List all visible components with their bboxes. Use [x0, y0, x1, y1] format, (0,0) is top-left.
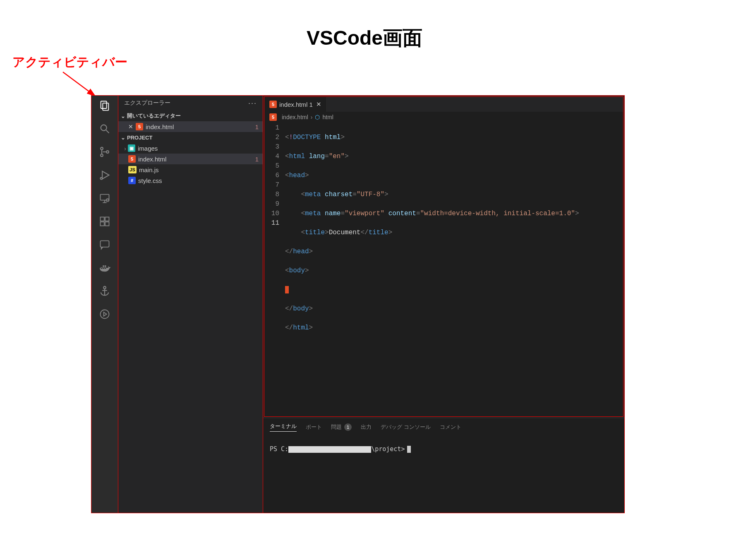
- docker-icon[interactable]: [98, 261, 111, 274]
- svg-rect-17: [105, 222, 109, 226]
- remote-explorer-icon[interactable]: [98, 192, 111, 205]
- svg-point-22: [101, 310, 109, 319]
- source-control-icon[interactable]: [98, 145, 111, 159]
- extensions-icon[interactable]: [98, 215, 111, 228]
- panel-tab-problems-label: 問題: [331, 423, 342, 431]
- chevron-down-icon: ⌄: [121, 135, 125, 141]
- tree-item-label: main.js: [139, 166, 159, 173]
- open-editors-section[interactable]: ⌄ 開いているエディター: [118, 111, 263, 121]
- svg-point-3: [101, 125, 107, 131]
- tab-bar: 5 index.html 1 ✕: [264, 97, 623, 112]
- search-icon[interactable]: [98, 122, 111, 135]
- open-editor-filename: index.html: [146, 123, 174, 130]
- close-icon[interactable]: ✕: [128, 123, 133, 130]
- panel-tab-problems[interactable]: 問題 1: [331, 423, 352, 431]
- svg-point-7: [106, 151, 109, 153]
- close-icon[interactable]: ✕: [316, 101, 321, 108]
- sidebar-header: エクスプローラー ···: [118, 96, 263, 111]
- svg-rect-16: [101, 222, 104, 226]
- svg-point-5: [101, 147, 103, 150]
- dirty-indicator: 1: [309, 101, 312, 108]
- chevron-right-icon: ›: [124, 145, 126, 152]
- svg-point-9: [101, 178, 103, 180]
- html-file-icon: 5: [269, 113, 277, 121]
- svg-point-6: [101, 154, 103, 156]
- svg-rect-1: [101, 101, 107, 109]
- svg-rect-14: [101, 217, 104, 221]
- tree-file[interactable]: 5 index.html 1: [118, 154, 263, 164]
- editor-tab[interactable]: 5 index.html 1 ✕: [264, 97, 327, 112]
- svg-rect-15: [105, 217, 109, 221]
- dirty-indicator: 1: [255, 156, 259, 163]
- js-file-icon: JS: [128, 166, 137, 173]
- annotation-activity-bar: アクティビティバー: [12, 54, 127, 71]
- open-editors-label: 開いているエディター: [127, 112, 181, 120]
- svg-line-4: [106, 130, 109, 133]
- folder-icon: ▣: [128, 144, 135, 152]
- terminal-prompt-suffix: \project>: [371, 445, 405, 453]
- project-section[interactable]: ⌄ PROJECT: [118, 132, 263, 143]
- terminal-prompt-prefix: PS C:: [270, 445, 288, 453]
- tree-file[interactable]: # style.css: [118, 175, 263, 186]
- sidebar-more-button[interactable]: ···: [248, 99, 257, 108]
- tab-filename: index.html: [279, 101, 307, 108]
- problems-count-badge: 1: [344, 423, 352, 431]
- html-file-icon: 5: [128, 155, 136, 163]
- svg-marker-8: [102, 171, 109, 179]
- project-label: PROJECT: [127, 135, 152, 141]
- panel-tabs: ターミナル ポート 問題 1 出力 デバッグ コンソール コメント: [270, 421, 618, 433]
- cursor-icon: [285, 286, 289, 293]
- terminal-cursor-icon: [407, 446, 411, 453]
- primary-sidebar: エクスプローラー ··· ⌄ 開いているエディター ✕ 5 index.html…: [118, 96, 263, 513]
- panel-tab-terminal[interactable]: ターミナル: [270, 423, 297, 432]
- dirty-indicator: 1: [255, 123, 259, 130]
- open-editor-item[interactable]: ✕ 5 index.html 1: [118, 121, 263, 132]
- css-file-icon: #: [128, 177, 136, 184]
- sidebar-title: エクスプローラー: [124, 99, 170, 107]
- line-gutter: 1234567891011: [264, 123, 285, 416]
- breadcrumb[interactable]: 5 index.html › ⬡ html: [264, 112, 623, 123]
- live-share-icon[interactable]: [98, 308, 111, 321]
- svg-rect-10: [101, 195, 109, 200]
- panel-tab-output[interactable]: 出力: [361, 423, 372, 431]
- chat-icon[interactable]: [98, 238, 111, 251]
- chevron-down-icon: ⌄: [121, 113, 125, 119]
- tree-item-label: style.css: [138, 177, 162, 184]
- svg-rect-18: [101, 241, 109, 247]
- panel: ターミナル ポート 問題 1 出力 デバッグ コンソール コメント PS C:\…: [263, 418, 624, 513]
- editor-region: 5 index.html 1 ✕ 5 index.html › ⬡ html 1…: [264, 96, 623, 417]
- breadcrumb-symbol: html: [322, 114, 333, 120]
- code-content[interactable]: <!DOCTYPE html> <html lang="en"> <head> …: [285, 123, 623, 416]
- svg-rect-2: [103, 103, 108, 110]
- vscode-window: エクスプローラー ··· ⌄ 開いているエディター ✕ 5 index.html…: [91, 95, 625, 513]
- html-file-icon: 5: [136, 123, 143, 130]
- chevron-right-icon: ›: [311, 114, 313, 120]
- svg-line-0: [63, 72, 95, 96]
- svg-point-19: [103, 286, 106, 289]
- terminal[interactable]: PS C:\project>: [270, 433, 618, 513]
- breadcrumb-file: index.html: [282, 114, 308, 120]
- symbol-icon: ⬡: [315, 114, 320, 120]
- run-debug-icon[interactable]: [98, 168, 111, 182]
- page-title: VSCode画面: [307, 25, 422, 51]
- code-editor[interactable]: 1234567891011 <!DOCTYPE html> <html lang…: [264, 123, 623, 416]
- panel-tab-debug-console[interactable]: デバッグ コンソール: [381, 423, 431, 431]
- panel-tab-ports[interactable]: ポート: [306, 423, 322, 431]
- html-file-icon: 5: [269, 101, 277, 108]
- tree-file[interactable]: JS main.js: [118, 164, 263, 175]
- redacted-path: [288, 446, 371, 453]
- svg-marker-23: [104, 312, 107, 316]
- explorer-icon[interactable]: [98, 99, 111, 112]
- anchor-icon[interactable]: [98, 284, 111, 298]
- tree-folder[interactable]: › ▣ images: [118, 143, 263, 154]
- tree-item-label: index.html: [138, 156, 166, 163]
- main-area: 5 index.html 1 ✕ 5 index.html › ⬡ html 1…: [263, 96, 624, 513]
- tree-item-label: images: [138, 145, 158, 152]
- activity-bar: [91, 96, 118, 513]
- panel-tab-comments[interactable]: コメント: [440, 423, 461, 431]
